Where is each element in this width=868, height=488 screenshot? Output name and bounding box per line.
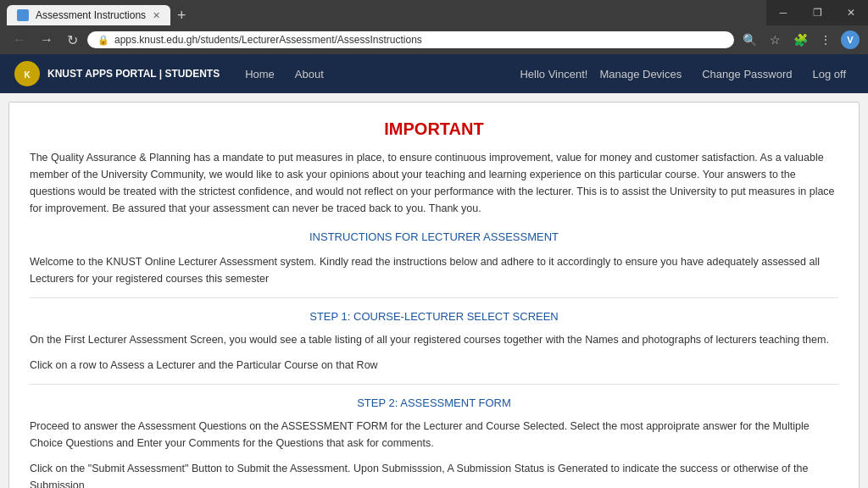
step2-text2: Click on the "Submit Assessment" Button …	[30, 460, 838, 488]
divider-1	[30, 297, 838, 298]
close-tab-icon[interactable]: ✕	[153, 10, 160, 21]
back-button[interactable]: ←	[8, 30, 31, 49]
menu-icon-button[interactable]: ⋮	[815, 30, 836, 50]
brand-name-text: KNUST APPS PORTAL | STUDENTS	[47, 68, 220, 80]
home-nav-link[interactable]: Home	[236, 64, 283, 84]
active-tab[interactable]: Assessment Instructions ✕	[7, 5, 170, 25]
refresh-button[interactable]: ↻	[63, 30, 82, 50]
url-text: apps.knust.edu.gh/students/LecturerAsses…	[114, 34, 724, 46]
tab-title: Assessment Instructions	[36, 9, 146, 21]
hello-greeting: Hello Vincent!	[520, 68, 587, 80]
log-off-link[interactable]: Log off	[804, 64, 854, 84]
step2-text1: Proceed to answer the Assessment Questio…	[30, 418, 838, 452]
about-nav-link[interactable]: About	[287, 64, 332, 84]
minimize-button[interactable]: ─	[766, 0, 800, 25]
welcome-text: Welcome to the KNUST Online Lecturer Ass…	[30, 253, 838, 287]
step1-text2: Click on a row to Assess a Lecturer and …	[30, 357, 838, 374]
tab-favicon	[17, 9, 29, 21]
step1-text: On the First Lecturer Assessment Screen,…	[30, 331, 838, 348]
site-brand: K KNUST APPS PORTAL | STUDENTS	[14, 60, 220, 87]
search-icon-button[interactable]: 🔍	[739, 30, 760, 50]
divider-2	[30, 384, 838, 385]
brand-logo-icon: K	[14, 60, 41, 87]
address-bar[interactable]: 🔒 apps.knust.edu.gh/students/LecturerAss…	[87, 31, 734, 48]
manage-devices-link[interactable]: Manage Devices	[591, 64, 690, 84]
nav-links: Home About	[236, 64, 332, 84]
window-controls: ─ ❐ ✕	[766, 0, 868, 25]
content-box: IMPORTANT The Quality Assurance & Planni…	[8, 102, 860, 488]
step1-title: STEP 1: COURSE-LECTURER SELECT SCREEN	[30, 310, 838, 323]
main-wrapper: IMPORTANT The Quality Assurance & Planni…	[0, 93, 868, 488]
svg-text:K: K	[24, 70, 31, 80]
extensions-icon-button[interactable]: 🧩	[790, 30, 810, 50]
lock-icon: 🔒	[97, 35, 109, 46]
site-navbar: K KNUST APPS PORTAL | STUDENTS Home Abou…	[0, 54, 868, 93]
change-password-link[interactable]: Change Password	[693, 64, 800, 84]
important-title: IMPORTANT	[30, 119, 838, 139]
nav-right-area: Hello Vincent! Manage Devices Change Pas…	[520, 64, 854, 84]
restore-button[interactable]: ❐	[800, 0, 834, 25]
instructions-title: INSTRUCTIONS FOR LECTURER ASSESSMENT	[30, 230, 838, 243]
intro-paragraph: The Quality Assurance & Planning has a m…	[30, 149, 838, 217]
step2-title: STEP 2: ASSESSMENT FORM	[30, 396, 838, 409]
forward-button[interactable]: →	[36, 30, 58, 49]
close-window-button[interactable]: ✕	[834, 0, 868, 25]
star-icon-button[interactable]: ☆	[765, 30, 785, 50]
browser-toolbar: 🔍 ☆ 🧩 ⋮ V	[739, 30, 860, 50]
new-tab-button[interactable]: +	[170, 7, 193, 25]
profile-avatar[interactable]: V	[841, 30, 860, 49]
